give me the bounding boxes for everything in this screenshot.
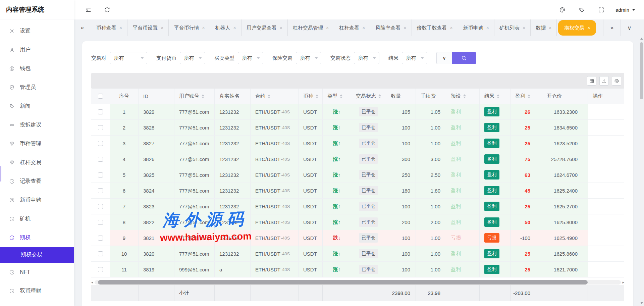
select-all-checkbox[interactable] bbox=[98, 94, 103, 99]
sidebar-item-nft[interactable]: NFT bbox=[0, 263, 74, 282]
sidebar-item-newcoin[interactable]: 新币申购 bbox=[0, 191, 74, 209]
sort-icon[interactable] bbox=[528, 94, 530, 98]
col-header-coin[interactable]: 币种 bbox=[299, 89, 323, 104]
filter-select-2[interactable]: 所有 bbox=[238, 52, 263, 64]
horizontal-scrollbar[interactable]: ◂ ▸ bbox=[91, 280, 624, 285]
row-checkbox[interactable] bbox=[98, 109, 103, 114]
scroll-down-icon[interactable] bbox=[640, 302, 643, 304]
v-scroll-thumb[interactable] bbox=[640, 42, 643, 99]
sidebar-item-sitemail[interactable]: 站内信 bbox=[0, 300, 74, 306]
col-header-type[interactable]: 类型 bbox=[323, 89, 351, 104]
scroll-right-icon[interactable]: ▸ bbox=[622, 280, 624, 284]
tabs-scroll-left[interactable]: « bbox=[74, 19, 91, 36]
tab-0[interactable]: 币种查看× bbox=[91, 19, 127, 36]
sidebar-item-options[interactable]: 期权 bbox=[0, 228, 74, 247]
row-checkbox[interactable] bbox=[98, 220, 103, 225]
filter-select-0[interactable]: 所有 bbox=[110, 52, 147, 64]
close-icon[interactable]: × bbox=[362, 25, 365, 31]
search-button[interactable] bbox=[452, 52, 476, 64]
close-icon[interactable]: × bbox=[161, 25, 163, 31]
close-icon[interactable]: × bbox=[404, 25, 406, 31]
row-checkbox[interactable] bbox=[98, 236, 103, 241]
filter-select-1[interactable]: 所有 bbox=[180, 52, 205, 64]
tag-button[interactable] bbox=[576, 4, 587, 15]
sidebar-item-news[interactable]: 新闻 bbox=[0, 97, 74, 115]
close-icon[interactable]: × bbox=[486, 25, 489, 31]
row-checkbox[interactable] bbox=[98, 125, 103, 130]
close-icon[interactable]: × bbox=[549, 25, 551, 31]
column-settings-button[interactable] bbox=[587, 76, 596, 86]
tab-7[interactable]: 风险率查看× bbox=[370, 19, 412, 36]
close-icon[interactable]: × bbox=[119, 25, 122, 31]
scroll-left-icon[interactable]: ◂ bbox=[91, 280, 93, 284]
close-icon[interactable]: × bbox=[202, 25, 205, 31]
col-header-profit[interactable]: 盈利 bbox=[511, 89, 542, 104]
tab-2[interactable]: 平台币行情× bbox=[169, 19, 210, 36]
tab-10[interactable]: 矿机列表× bbox=[494, 19, 531, 36]
tabs-actions-chevron[interactable]: ∨ bbox=[621, 19, 638, 36]
sidebar-item-miner[interactable]: 矿机 bbox=[0, 209, 74, 228]
sidebar-item-users[interactable]: 用户 bbox=[0, 40, 74, 59]
vertical-scrollbar[interactable] bbox=[640, 38, 643, 304]
col-header-preset[interactable]: 预设 bbox=[446, 89, 480, 104]
tab-6[interactable]: 杠杆查看× bbox=[334, 19, 370, 36]
collapse-filters-button[interactable]: ∨ bbox=[436, 52, 452, 64]
row-checkbox[interactable] bbox=[98, 172, 103, 177]
fullscreen-button[interactable] bbox=[595, 4, 607, 15]
sidebar-subitem-options-trade[interactable]: 期权交易 bbox=[0, 247, 74, 263]
close-icon[interactable]: × bbox=[233, 25, 236, 31]
filter-select-4[interactable]: 所有 bbox=[354, 52, 379, 64]
filter-select-5[interactable]: 所有 bbox=[402, 52, 427, 64]
tab-12[interactable]: 期权交易× bbox=[558, 20, 596, 36]
sidebar-item-feedback[interactable]: 投拆建议 bbox=[0, 115, 74, 134]
row-checkbox[interactable] bbox=[98, 251, 103, 256]
refresh-button[interactable] bbox=[101, 4, 113, 15]
col-header-result[interactable]: 结果 bbox=[480, 89, 511, 104]
close-icon[interactable]: × bbox=[523, 25, 525, 31]
tab-9[interactable]: 新币申购× bbox=[458, 19, 494, 36]
row-checkbox[interactable] bbox=[98, 157, 103, 162]
close-icon[interactable]: × bbox=[450, 25, 453, 31]
sort-icon[interactable] bbox=[340, 94, 342, 98]
tab-4[interactable]: 用户交易查看× bbox=[241, 19, 288, 36]
sidebar-item-dual[interactable]: 双币理财 bbox=[0, 282, 74, 300]
col-header-contract[interactable]: 合约 bbox=[251, 89, 299, 104]
close-icon[interactable]: × bbox=[326, 25, 329, 31]
sort-icon[interactable] bbox=[497, 94, 499, 98]
tab-3[interactable]: 机器人× bbox=[210, 19, 241, 36]
tab-5[interactable]: 杠杆交易管理× bbox=[288, 19, 334, 36]
tab-1[interactable]: 平台币设置× bbox=[127, 19, 169, 36]
tabs-scroll-right[interactable]: » bbox=[603, 19, 621, 36]
sort-icon[interactable] bbox=[463, 94, 466, 98]
tab-11[interactable]: 数据× bbox=[531, 19, 557, 36]
sidebar-item-admins[interactable]: 管理员 bbox=[0, 78, 74, 97]
h-scroll-thumb[interactable] bbox=[98, 280, 588, 285]
collapse-sidebar-button[interactable] bbox=[83, 4, 94, 15]
sidebar-item-coins[interactable]: 币种管理 bbox=[0, 134, 74, 153]
close-icon[interactable]: × bbox=[587, 25, 590, 31]
sidebar-item-wallet[interactable]: 钱包 bbox=[0, 59, 74, 78]
print-button[interactable] bbox=[612, 76, 621, 86]
sort-icon[interactable] bbox=[268, 94, 270, 98]
col-header-account[interactable]: 用户账号 bbox=[174, 89, 215, 104]
export-button[interactable] bbox=[599, 76, 609, 86]
sidebar-item-leverage[interactable]: 杠杆交易 bbox=[0, 153, 74, 172]
row-checkbox[interactable] bbox=[98, 141, 103, 146]
filter-select-3[interactable]: 所有 bbox=[296, 52, 321, 64]
row-checkbox[interactable] bbox=[98, 267, 103, 272]
scroll-up-icon[interactable] bbox=[640, 38, 643, 40]
sidebar-item-settings[interactable]: 设置 bbox=[0, 21, 74, 40]
sort-icon[interactable] bbox=[202, 94, 204, 98]
row-checkbox[interactable] bbox=[98, 188, 103, 193]
user-menu[interactable]: admin bbox=[615, 7, 635, 13]
close-icon[interactable]: × bbox=[280, 25, 282, 31]
sort-icon[interactable] bbox=[378, 94, 381, 98]
tab-8[interactable]: 倍数手数查看× bbox=[412, 19, 458, 36]
row-checkbox[interactable] bbox=[98, 204, 103, 209]
sort-icon[interactable] bbox=[316, 94, 318, 98]
sidebar-item-records[interactable]: 记录查看 bbox=[0, 172, 74, 191]
table-row: 13829777@51.com1231232ETH/USDT-40SUSDT涨↑… bbox=[91, 104, 624, 120]
col-header-status[interactable]: 交易状态 bbox=[351, 89, 386, 104]
theme-button[interactable] bbox=[556, 4, 568, 15]
h-scroll-track[interactable] bbox=[95, 280, 621, 285]
